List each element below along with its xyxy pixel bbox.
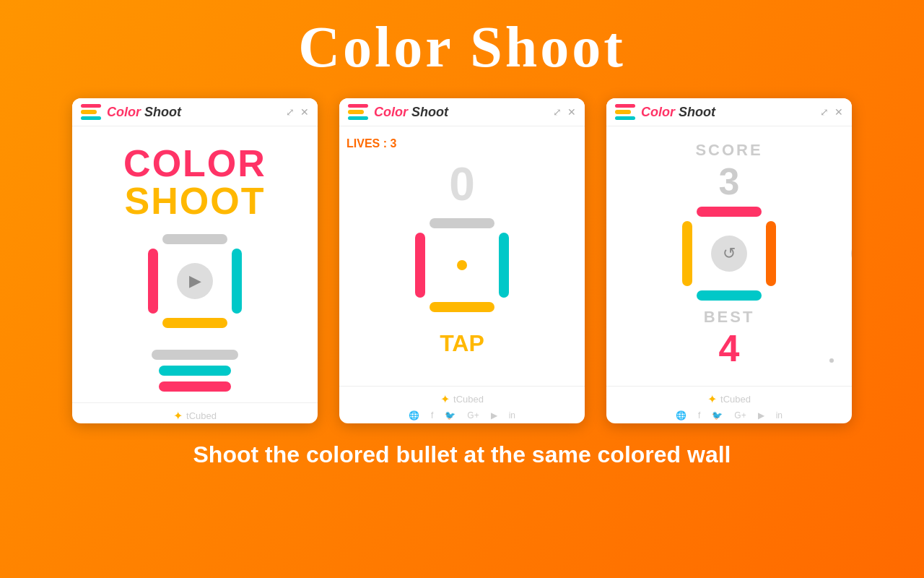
screen-3-body: SCORE 3 ↺ ▶ BEST 4 [606,126,852,386]
screen-2-header: Color Shoot ⤢ ✕ [339,98,585,126]
expand-icon-2[interactable]: ⤢ [553,106,562,118]
logo-bar-teal-3 [615,116,635,120]
logo-bar-teal [81,116,101,120]
menu-bar-2 [159,366,231,376]
close-icon-2[interactable]: ✕ [567,106,576,118]
social-youtube-2[interactable]: ▶ [491,410,497,420]
play-button[interactable]: ▶ [177,263,213,299]
tcubed-logo-1: ✦ tCubed [173,409,217,423]
best-label: BEST [704,308,755,327]
title-shoot-part: Shoot [144,105,181,119]
frame-left-pink [148,249,158,314]
game-frame-1: ▶ [148,234,242,328]
screen-3-card: Color Shoot ⤢ ✕ SCORE 3 ↺ [606,98,852,423]
title-shoot-part-3: Shoot [679,105,715,119]
logo-bar-yellow [81,110,97,113]
social-linkedin-2[interactable]: in [509,410,515,420]
score-value: 3 [719,160,740,203]
menu-bar-1 [152,350,238,360]
header-icons: ⤢ ✕ [286,106,309,118]
screen-2-card: Color Shoot ⤢ ✕ LIVES : 3 0 TAP [339,98,585,423]
dot-indicator [829,358,834,363]
expand-icon[interactable]: ⤢ [286,106,295,118]
screen-2-title: Color Shoot [374,105,553,120]
header-icons-3: ⤢ ✕ [820,106,843,118]
header-icons-2: ⤢ ✕ [553,106,576,118]
close-icon[interactable]: ✕ [300,106,309,118]
logo-bar-yellow-3 [615,110,631,113]
title-color-part: Color [107,105,141,119]
screen-1-title: Color Shoot [107,105,286,120]
close-icon-3[interactable]: ✕ [834,106,843,118]
social-facebook-3[interactable]: f [698,410,700,420]
social-web-2[interactable]: 🌐 [409,410,419,420]
current-score: 0 [449,158,475,211]
screen-1-footer: ✦ tCubed 🌐 f 🐦 G+ ▶ in [72,402,318,423]
logo-icon-3 [615,104,635,120]
game-title-color: COLOR [123,144,266,182]
screen-3-header: Color Shoot ⤢ ✕ [606,98,852,126]
tcubed-logo-2: ✦ tCubed [440,392,484,406]
tcubed-text-2: tCubed [453,394,484,405]
social-gplus-3[interactable]: G+ [734,410,746,420]
game-frame-3: ↺ [682,207,776,301]
logo-bar-teal-2 [348,116,368,120]
main-title: Color Shoot [298,14,626,80]
frame-bottom-yellow [162,318,227,328]
tcubed-text-3: tCubed [720,394,751,405]
expand-icon-3[interactable]: ⤢ [820,106,829,118]
logo-bar-pink-3 [615,104,635,108]
logo-bar-pink-2 [348,104,368,108]
social-icons-3: 🌐 f 🐦 G+ ▶ in [676,410,783,420]
game-title: COLOR SHOOT [123,144,266,220]
frame-top-gray [162,234,227,244]
frame-left-yellow-3 [682,221,692,286]
frame-right-teal [232,249,242,314]
score-content: SCORE 3 ↺ ▶ BEST 4 [614,137,845,370]
bottom-tagline: Shoot the colored bullet at the same col… [193,441,731,468]
screen-1-body: COLOR SHOOT ▶ [72,126,318,402]
frame-inner-3: ↺ [693,217,765,290]
frame-inner-1: ▶ [159,245,231,317]
best-value: 4 [719,327,740,370]
logo-icon-2 [348,104,368,120]
frame-bottom-yellow-2 [430,302,494,312]
screen-3-footer: ✦ tCubed 🌐 f 🐦 G+ ▶ in [606,386,852,423]
menu-bar-3 [159,381,231,392]
frame-left-pink-2 [415,233,425,298]
tcubed-logo-3: ✦ tCubed [707,392,751,406]
refresh-button[interactable]: ↺ [711,236,747,272]
social-youtube-3[interactable]: ▶ [758,410,764,420]
game-bullet [457,260,467,270]
frame-right-teal-2 [499,233,509,298]
next-button[interactable]: ▶ [851,241,852,267]
social-icons-2: 🌐 f 🐦 G+ ▶ in [409,410,515,420]
social-twitter-2[interactable]: 🐦 [445,410,456,420]
game-title-shoot: SHOOT [123,182,266,220]
frame-top-pink-3 [697,207,762,217]
social-web-3[interactable]: 🌐 [676,410,687,420]
screen-2-footer: ✦ tCubed 🌐 f 🐦 G+ ▶ in [339,386,585,423]
title-color-part-2: Color [374,105,408,119]
social-facebook-2[interactable]: f [431,410,433,420]
screen-2-body: LIVES : 3 0 TAP [339,126,585,386]
screen-1-header: Color Shoot ⤢ ✕ [72,98,318,126]
logo-bar-yellow-2 [348,110,364,113]
tap-label[interactable]: TAP [440,330,484,357]
tcubed-icon-1: ✦ [173,409,183,423]
tcubed-icon-2: ✦ [440,392,450,406]
frame-right-orange-3 [766,221,776,286]
social-twitter-3[interactable]: 🐦 [712,410,723,420]
frame-inner-2 [426,229,498,301]
logo-bar-pink [81,104,101,108]
tcubed-icon-3: ✦ [707,392,717,406]
screens-row: Color Shoot ⤢ ✕ COLOR SHOOT ▶ [72,98,852,423]
game-frame-2[interactable] [415,218,509,312]
title-color-part-3: Color [641,105,675,119]
social-linkedin-3[interactable]: in [776,410,783,420]
frame-top-gray-2 [430,218,494,228]
menu-bars [152,350,238,392]
social-gplus-2[interactable]: G+ [467,410,479,420]
tcubed-text-1: tCubed [186,410,217,421]
score-label: SCORE [695,141,762,160]
